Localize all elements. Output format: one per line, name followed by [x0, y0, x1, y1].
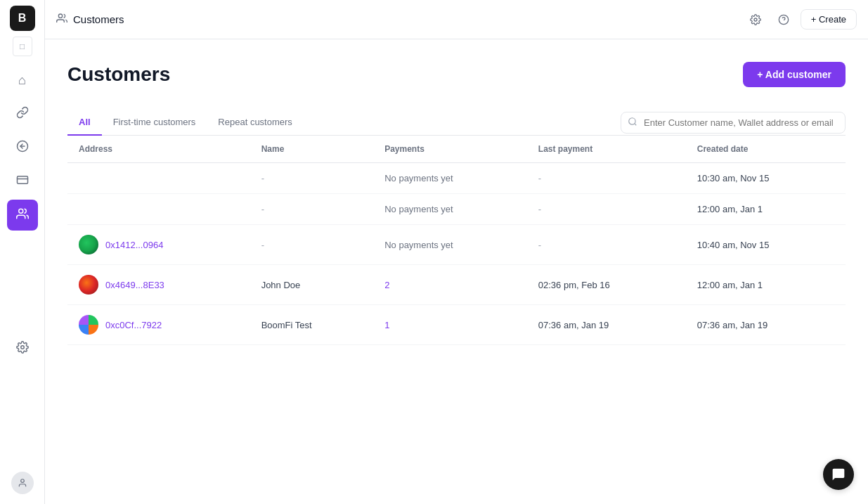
cell-name: BoomFi Test [250, 305, 374, 345]
customers-icon [16, 207, 29, 224]
app-logo: B [10, 6, 35, 31]
cell-created-date: 10:40 am, Nov 15 [686, 225, 846, 265]
cell-created-date: 07:36 am, Jan 19 [686, 305, 846, 345]
cell-last-payment: - [527, 194, 686, 225]
table-row[interactable]: 0xc0Cf...7922BoomFi Test107:36 am, Jan 1… [67, 305, 846, 345]
cell-payments: No payments yet [373, 163, 527, 194]
table-row[interactable]: 0x1412...0964-No payments yet-10:40 am, … [67, 225, 846, 265]
search-icon [628, 117, 637, 129]
tabs-row: All First-time customers Repeat customer… [67, 110, 846, 136]
cell-address [67, 163, 250, 194]
chat-bubble[interactable] [823, 459, 854, 490]
customers-table: Address Name Payments Last payment Creat… [67, 136, 846, 345]
link-icon [16, 106, 29, 122]
table-row[interactable]: -No payments yet-10:30 am, Nov 15 [67, 163, 846, 194]
home-icon: ⌂ [18, 73, 26, 88]
col-last-payment: Last payment [527, 136, 686, 163]
sidebar: B □ ⌂ [0, 0, 45, 504]
svg-point-6 [20, 479, 24, 483]
col-payments: Payments [373, 136, 527, 163]
svg-point-4 [18, 209, 22, 213]
tabs: All First-time customers Repeat customer… [67, 110, 304, 135]
cell-last-payment: - [527, 225, 686, 265]
cell-last-payment: 07:36 am, Jan 19 [527, 305, 686, 345]
address-link[interactable]: 0x4649...8E33 [105, 280, 164, 290]
svg-point-7 [58, 14, 62, 18]
topbar-title: Customers [73, 13, 739, 25]
cell-payments: No payments yet [373, 194, 527, 225]
cell-payments: No payments yet [373, 225, 527, 265]
page-header: Customers + Add customer [67, 62, 846, 87]
svg-line-12 [635, 123, 637, 125]
cell-created-date: 12:00 am, Jan 1 [686, 194, 846, 225]
cell-address: 0x1412...0964 [67, 225, 250, 265]
cell-payments: 2 [373, 265, 527, 305]
address-link[interactable]: 0xc0Cf...7922 [105, 320, 162, 330]
sidebar-item-customers[interactable] [7, 200, 38, 231]
cell-address [67, 194, 250, 225]
table-header-row: Address Name Payments Last payment Creat… [67, 136, 846, 163]
cell-created-date: 12:00 am, Jan 1 [686, 265, 846, 305]
sidebar-item-billing[interactable] [7, 166, 38, 197]
create-button[interactable]: + Create [801, 9, 857, 30]
cell-payments: 1 [373, 305, 527, 345]
transfer-icon [16, 140, 29, 156]
col-created-date: Created date [686, 136, 846, 163]
cell-address: 0x4649...8E33 [67, 265, 250, 305]
tab-first-time[interactable]: First-time customers [102, 110, 207, 136]
table-row[interactable]: -No payments yet-12:00 am, Jan 1 [67, 194, 846, 225]
col-name: Name [250, 136, 374, 163]
svg-point-8 [754, 18, 757, 21]
search-input[interactable] [621, 112, 846, 134]
avatar [11, 472, 34, 494]
svg-point-5 [20, 346, 24, 349]
cell-created-date: 10:30 am, Nov 15 [686, 163, 846, 194]
cell-name: - [250, 225, 374, 265]
svg-point-11 [629, 117, 635, 124]
cell-name: John Doe [250, 265, 374, 305]
billing-icon [16, 174, 29, 190]
table-row[interactable]: 0x4649...8E33John Doe202:36 pm, Feb 1612… [67, 265, 846, 305]
topbar: Customers + Create [45, 0, 868, 39]
cell-name: - [250, 194, 374, 225]
cell-name: - [250, 163, 374, 194]
col-address: Address [67, 136, 250, 163]
cell-address: 0xc0Cf...7922 [67, 305, 250, 345]
settings-button[interactable] [744, 8, 767, 31]
settings-icon [16, 341, 29, 357]
cell-last-payment: 02:36 pm, Feb 16 [527, 265, 686, 305]
sidebar-item-settings[interactable] [7, 334, 38, 365]
sidebar-toggle[interactable]: □ [13, 37, 32, 56]
sidebar-item-links[interactable] [7, 98, 38, 129]
main-area: Customers + Create Customers + Add custo… [45, 0, 868, 504]
sidebar-item-user[interactable] [7, 467, 38, 498]
page-title: Customers [67, 63, 170, 86]
sidebar-item-transfers[interactable] [7, 132, 38, 163]
tab-all[interactable]: All [67, 110, 102, 136]
topbar-customers-icon [56, 13, 67, 27]
sidebar-item-home[interactable]: ⌂ [7, 65, 38, 96]
topbar-actions: + Create [744, 8, 857, 31]
add-customer-button[interactable]: + Add customer [743, 62, 846, 87]
page-content: Customers + Add customer All First-time … [45, 39, 868, 504]
search-wrapper [621, 112, 846, 134]
tab-repeat[interactable]: Repeat customers [207, 110, 304, 136]
help-button[interactable] [772, 8, 795, 31]
svg-rect-2 [17, 176, 27, 183]
address-link[interactable]: 0x1412...0964 [105, 240, 163, 250]
cell-last-payment: - [527, 163, 686, 194]
